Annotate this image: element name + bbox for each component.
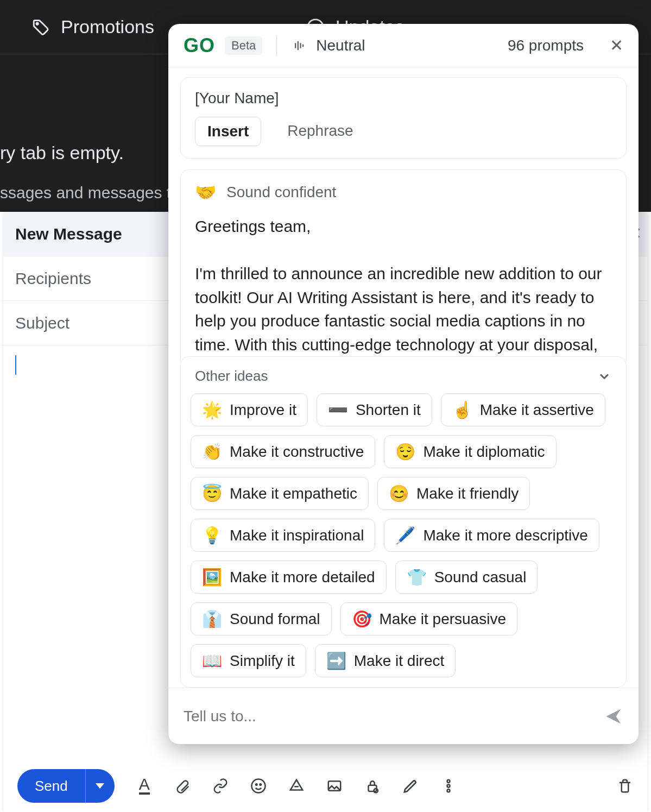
idea-label: Make it constructive xyxy=(230,443,364,461)
link-icon[interactable] xyxy=(212,778,229,794)
idea-label: Make it assertive xyxy=(480,401,594,419)
idea-chip-make-it-direct[interactable]: ➡️Make it direct xyxy=(315,644,456,677)
name-placeholder: [Your Name] xyxy=(195,90,612,107)
idea-label: Improve it xyxy=(230,401,296,419)
idea-emoji-icon: ➖ xyxy=(328,400,348,419)
idea-emoji-icon: ➡️ xyxy=(326,651,346,670)
go-panel: GO Beta Neutral 96 prompts ✕ [Your Name]… xyxy=(168,24,639,744)
idea-emoji-icon: ☝️ xyxy=(452,400,472,419)
idea-label: Make it friendly xyxy=(416,485,519,502)
idea-emoji-icon: 🖊️ xyxy=(395,526,415,545)
idea-chip-make-it-empathetic[interactable]: 😇Make it empathetic xyxy=(191,477,369,510)
signature-icon[interactable] xyxy=(402,778,419,794)
go-logo: GO xyxy=(184,34,215,57)
emoji-icon[interactable] xyxy=(250,778,267,794)
idea-chip-sound-casual[interactable]: 👕Sound casual xyxy=(395,561,538,594)
idea-emoji-icon: 😇 xyxy=(202,484,222,503)
go-header: GO Beta Neutral 96 prompts ✕ xyxy=(168,24,639,67)
tone-selector[interactable]: Neutral xyxy=(316,37,365,54)
idea-label: Sound casual xyxy=(434,569,527,586)
idea-emoji-icon: 👏 xyxy=(202,442,222,461)
svg-point-6 xyxy=(260,784,261,785)
idea-emoji-icon: 💡 xyxy=(202,526,222,545)
chevron-down-icon[interactable] xyxy=(597,369,612,384)
idea-label: Shorten it xyxy=(356,401,421,419)
idea-chip-simplify-it[interactable]: 📖Simplify it xyxy=(191,644,306,677)
idea-emoji-icon: 🖼️ xyxy=(202,568,222,587)
attach-icon[interactable] xyxy=(174,778,191,794)
send-button[interactable]: Send xyxy=(17,769,115,803)
idea-chip-make-it-more-detailed[interactable]: 🖼️Make it more detailed xyxy=(191,561,387,594)
prompt-counter[interactable]: 96 prompts xyxy=(508,37,584,54)
compose-toolbar: Send A xyxy=(3,760,647,812)
tone-icon[interactable] xyxy=(291,38,306,53)
svg-point-4 xyxy=(251,779,265,793)
send-button-label: Send xyxy=(17,769,85,803)
idea-chip-make-it-inspirational[interactable]: 💡Make it inspirational xyxy=(191,519,375,552)
idea-emoji-icon: 📖 xyxy=(202,651,222,670)
idea-emoji-icon: 😊 xyxy=(389,484,409,503)
idea-label: Make it direct xyxy=(354,652,445,670)
idea-chip-sound-formal[interactable]: 👔Sound formal xyxy=(191,602,332,635)
idea-label: Make it more descriptive xyxy=(423,527,587,544)
tag-icon xyxy=(31,18,50,36)
svg-point-11 xyxy=(447,785,450,788)
idea-emoji-icon: 👕 xyxy=(407,568,427,587)
idea-emoji-icon: 🌟 xyxy=(202,400,222,419)
idea-label: Make it inspirational xyxy=(230,527,364,544)
idea-emoji-icon: 🎯 xyxy=(352,609,372,628)
idea-chip-make-it-assertive[interactable]: ☝️Make it assertive xyxy=(441,393,605,426)
divider xyxy=(276,36,277,55)
confidential-icon[interactable] xyxy=(364,778,381,794)
other-ideas-panel: Other ideas 🌟Improve it➖Shorten it☝️Make… xyxy=(180,356,627,688)
suggestion-body: Greetings team, I'm thrilled to announce… xyxy=(195,215,612,356)
svg-point-5 xyxy=(256,784,257,785)
send-more-button[interactable] xyxy=(85,769,115,803)
idea-chip-make-it-persuasive[interactable]: 🎯Make it persuasive xyxy=(340,602,517,635)
name-card: [Your Name] Insert Rephrase xyxy=(180,77,627,159)
text-cursor xyxy=(15,355,16,375)
rephrase-button[interactable]: Rephrase xyxy=(275,117,365,146)
idea-label: Make it diplomatic xyxy=(423,443,545,461)
idea-chip-improve-it[interactable]: 🌟Improve it xyxy=(191,393,308,426)
drive-icon[interactable] xyxy=(288,778,305,794)
tab-promotions[interactable]: Promotions xyxy=(61,16,154,37)
idea-label: Make it empathetic xyxy=(230,485,357,502)
empty-tab-text: ry tab is empty. xyxy=(0,142,124,163)
idea-chip-make-it-constructive[interactable]: 👏Make it constructive xyxy=(191,435,375,468)
idea-chip-make-it-friendly[interactable]: 😊Make it friendly xyxy=(377,477,530,510)
idea-label: Sound formal xyxy=(230,610,320,628)
insert-button[interactable]: Insert xyxy=(195,117,261,146)
delete-icon[interactable] xyxy=(617,778,633,794)
svg-point-10 xyxy=(447,780,450,783)
idea-emoji-icon: 😌 xyxy=(395,442,415,461)
compose-title: New Message xyxy=(15,225,122,243)
other-ideas-label: Other ideas xyxy=(195,368,268,385)
handshake-icon: 🤝 xyxy=(195,182,217,203)
idea-emoji-icon: 👔 xyxy=(202,609,222,628)
suggestion-label: Sound confident xyxy=(226,184,336,201)
idea-chip-make-it-more-descriptive[interactable]: 🖊️Make it more descriptive xyxy=(384,519,599,552)
more-icon[interactable] xyxy=(440,778,457,794)
svg-point-0 xyxy=(36,22,38,24)
suggestion-card: 🤝 Sound confident Greetings team, I'm th… xyxy=(180,169,627,369)
svg-point-12 xyxy=(447,789,450,792)
idea-chip-shorten-it[interactable]: ➖Shorten it xyxy=(317,393,432,426)
format-icon[interactable]: A xyxy=(136,778,153,794)
image-icon[interactable] xyxy=(326,778,343,794)
go-input-row xyxy=(168,688,639,744)
go-beta-badge: Beta xyxy=(225,36,262,55)
idea-chip-make-it-diplomatic[interactable]: 😌Make it diplomatic xyxy=(384,435,556,468)
close-icon[interactable]: ✕ xyxy=(610,36,623,55)
empty-tab-subtext: ssages and messages t xyxy=(0,184,171,202)
idea-label: Make it persuasive xyxy=(380,610,506,628)
send-arrow-icon[interactable] xyxy=(604,707,623,726)
idea-label: Make it more detailed xyxy=(230,569,375,586)
go-prompt-input[interactable] xyxy=(184,708,593,725)
idea-label: Simplify it xyxy=(230,652,295,670)
